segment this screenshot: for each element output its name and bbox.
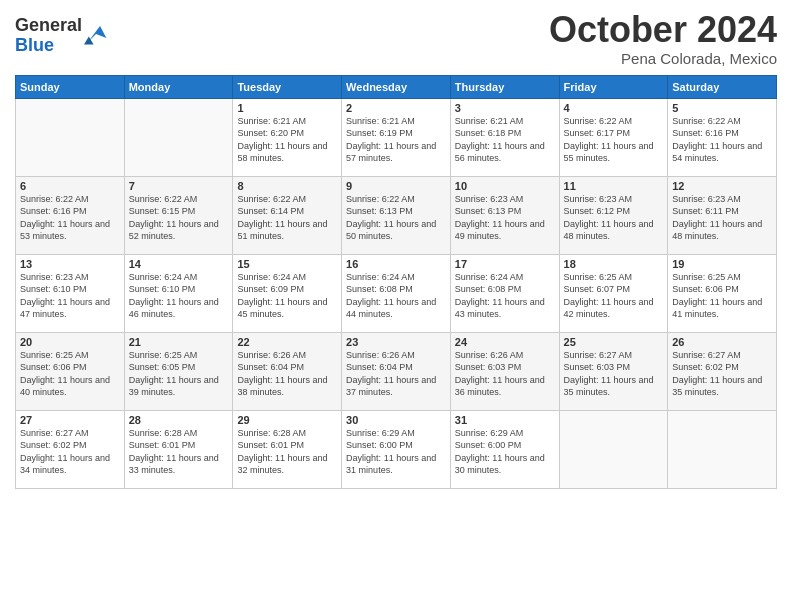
cell-info: Sunrise: 6:28 AMSunset: 6:01 PMDaylight:…: [237, 427, 337, 477]
logo-icon: [84, 22, 108, 46]
cell-info: Sunrise: 6:21 AMSunset: 6:19 PMDaylight:…: [346, 115, 446, 165]
calendar-cell: 12Sunrise: 6:23 AMSunset: 6:11 PMDayligh…: [668, 176, 777, 254]
day-number: 14: [129, 258, 229, 270]
calendar-cell: [16, 98, 125, 176]
cell-info: Sunrise: 6:22 AMSunset: 6:16 PMDaylight:…: [20, 193, 120, 243]
cell-info: Sunrise: 6:25 AMSunset: 6:07 PMDaylight:…: [564, 271, 664, 321]
calendar-cell: 10Sunrise: 6:23 AMSunset: 6:13 PMDayligh…: [450, 176, 559, 254]
day-number: 2: [346, 102, 446, 114]
week-row-4: 20Sunrise: 6:25 AMSunset: 6:06 PMDayligh…: [16, 332, 777, 410]
day-number: 22: [237, 336, 337, 348]
day-number: 4: [564, 102, 664, 114]
calendar-cell: 5Sunrise: 6:22 AMSunset: 6:16 PMDaylight…: [668, 98, 777, 176]
day-number: 7: [129, 180, 229, 192]
day-number: 21: [129, 336, 229, 348]
day-number: 13: [20, 258, 120, 270]
day-number: 3: [455, 102, 555, 114]
calendar-page: General Blue October 2024 Pena Colorada,…: [0, 0, 792, 612]
day-number: 1: [237, 102, 337, 114]
cell-info: Sunrise: 6:24 AMSunset: 6:10 PMDaylight:…: [129, 271, 229, 321]
cell-info: Sunrise: 6:25 AMSunset: 6:05 PMDaylight:…: [129, 349, 229, 399]
calendar-cell: 11Sunrise: 6:23 AMSunset: 6:12 PMDayligh…: [559, 176, 668, 254]
cell-info: Sunrise: 6:27 AMSunset: 6:02 PMDaylight:…: [672, 349, 772, 399]
calendar-cell: 1Sunrise: 6:21 AMSunset: 6:20 PMDaylight…: [233, 98, 342, 176]
calendar-cell: 24Sunrise: 6:26 AMSunset: 6:03 PMDayligh…: [450, 332, 559, 410]
weekday-header-tuesday: Tuesday: [233, 75, 342, 98]
calendar-cell: 27Sunrise: 6:27 AMSunset: 6:02 PMDayligh…: [16, 410, 125, 488]
day-number: 23: [346, 336, 446, 348]
weekday-header-thursday: Thursday: [450, 75, 559, 98]
cell-info: Sunrise: 6:22 AMSunset: 6:15 PMDaylight:…: [129, 193, 229, 243]
day-number: 8: [237, 180, 337, 192]
day-number: 11: [564, 180, 664, 192]
day-number: 15: [237, 258, 337, 270]
cell-info: Sunrise: 6:26 AMSunset: 6:04 PMDaylight:…: [346, 349, 446, 399]
calendar-cell: 9Sunrise: 6:22 AMSunset: 6:13 PMDaylight…: [342, 176, 451, 254]
cell-info: Sunrise: 6:25 AMSunset: 6:06 PMDaylight:…: [20, 349, 120, 399]
cell-info: Sunrise: 6:23 AMSunset: 6:10 PMDaylight:…: [20, 271, 120, 321]
svg-marker-0: [88, 26, 106, 42]
calendar-cell: 20Sunrise: 6:25 AMSunset: 6:06 PMDayligh…: [16, 332, 125, 410]
cell-info: Sunrise: 6:24 AMSunset: 6:08 PMDaylight:…: [455, 271, 555, 321]
day-number: 16: [346, 258, 446, 270]
calendar-cell: 16Sunrise: 6:24 AMSunset: 6:08 PMDayligh…: [342, 254, 451, 332]
day-number: 18: [564, 258, 664, 270]
calendar-cell: 13Sunrise: 6:23 AMSunset: 6:10 PMDayligh…: [16, 254, 125, 332]
cell-info: Sunrise: 6:27 AMSunset: 6:03 PMDaylight:…: [564, 349, 664, 399]
cell-info: Sunrise: 6:29 AMSunset: 6:00 PMDaylight:…: [455, 427, 555, 477]
day-number: 24: [455, 336, 555, 348]
calendar-cell: 25Sunrise: 6:27 AMSunset: 6:03 PMDayligh…: [559, 332, 668, 410]
month-title: October 2024: [549, 10, 777, 50]
day-number: 30: [346, 414, 446, 426]
calendar-cell: 18Sunrise: 6:25 AMSunset: 6:07 PMDayligh…: [559, 254, 668, 332]
day-number: 10: [455, 180, 555, 192]
week-row-2: 6Sunrise: 6:22 AMSunset: 6:16 PMDaylight…: [16, 176, 777, 254]
location: Pena Colorada, Mexico: [549, 50, 777, 67]
cell-info: Sunrise: 6:26 AMSunset: 6:03 PMDaylight:…: [455, 349, 555, 399]
day-number: 25: [564, 336, 664, 348]
cell-info: Sunrise: 6:22 AMSunset: 6:13 PMDaylight:…: [346, 193, 446, 243]
cell-info: Sunrise: 6:22 AMSunset: 6:16 PMDaylight:…: [672, 115, 772, 165]
cell-info: Sunrise: 6:23 AMSunset: 6:12 PMDaylight:…: [564, 193, 664, 243]
day-number: 29: [237, 414, 337, 426]
calendar-cell: 22Sunrise: 6:26 AMSunset: 6:04 PMDayligh…: [233, 332, 342, 410]
calendar-cell: 4Sunrise: 6:22 AMSunset: 6:17 PMDaylight…: [559, 98, 668, 176]
cell-info: Sunrise: 6:28 AMSunset: 6:01 PMDaylight:…: [129, 427, 229, 477]
cell-info: Sunrise: 6:23 AMSunset: 6:13 PMDaylight:…: [455, 193, 555, 243]
calendar-table: SundayMondayTuesdayWednesdayThursdayFrid…: [15, 75, 777, 489]
weekday-header-sunday: Sunday: [16, 75, 125, 98]
calendar-cell: [124, 98, 233, 176]
weekday-header-row: SundayMondayTuesdayWednesdayThursdayFrid…: [16, 75, 777, 98]
calendar-cell: 26Sunrise: 6:27 AMSunset: 6:02 PMDayligh…: [668, 332, 777, 410]
cell-info: Sunrise: 6:26 AMSunset: 6:04 PMDaylight:…: [237, 349, 337, 399]
week-row-1: 1Sunrise: 6:21 AMSunset: 6:20 PMDaylight…: [16, 98, 777, 176]
cell-info: Sunrise: 6:24 AMSunset: 6:08 PMDaylight:…: [346, 271, 446, 321]
cell-info: Sunrise: 6:25 AMSunset: 6:06 PMDaylight:…: [672, 271, 772, 321]
calendar-cell: 6Sunrise: 6:22 AMSunset: 6:16 PMDaylight…: [16, 176, 125, 254]
cell-info: Sunrise: 6:21 AMSunset: 6:20 PMDaylight:…: [237, 115, 337, 165]
calendar-cell: 3Sunrise: 6:21 AMSunset: 6:18 PMDaylight…: [450, 98, 559, 176]
cell-info: Sunrise: 6:24 AMSunset: 6:09 PMDaylight:…: [237, 271, 337, 321]
weekday-header-saturday: Saturday: [668, 75, 777, 98]
weekday-header-wednesday: Wednesday: [342, 75, 451, 98]
day-number: 27: [20, 414, 120, 426]
cell-info: Sunrise: 6:23 AMSunset: 6:11 PMDaylight:…: [672, 193, 772, 243]
day-number: 6: [20, 180, 120, 192]
cell-info: Sunrise: 6:22 AMSunset: 6:17 PMDaylight:…: [564, 115, 664, 165]
calendar-cell: 2Sunrise: 6:21 AMSunset: 6:19 PMDaylight…: [342, 98, 451, 176]
calendar-cell: 17Sunrise: 6:24 AMSunset: 6:08 PMDayligh…: [450, 254, 559, 332]
calendar-cell: [668, 410, 777, 488]
calendar-cell: 14Sunrise: 6:24 AMSunset: 6:10 PMDayligh…: [124, 254, 233, 332]
day-number: 26: [672, 336, 772, 348]
calendar-cell: 19Sunrise: 6:25 AMSunset: 6:06 PMDayligh…: [668, 254, 777, 332]
calendar-cell: 29Sunrise: 6:28 AMSunset: 6:01 PMDayligh…: [233, 410, 342, 488]
logo-blue: Blue: [15, 36, 82, 56]
day-number: 31: [455, 414, 555, 426]
calendar-cell: 15Sunrise: 6:24 AMSunset: 6:09 PMDayligh…: [233, 254, 342, 332]
calendar-cell: 8Sunrise: 6:22 AMSunset: 6:14 PMDaylight…: [233, 176, 342, 254]
day-number: 12: [672, 180, 772, 192]
cell-info: Sunrise: 6:27 AMSunset: 6:02 PMDaylight:…: [20, 427, 120, 477]
week-row-5: 27Sunrise: 6:27 AMSunset: 6:02 PMDayligh…: [16, 410, 777, 488]
day-number: 19: [672, 258, 772, 270]
cell-info: Sunrise: 6:22 AMSunset: 6:14 PMDaylight:…: [237, 193, 337, 243]
